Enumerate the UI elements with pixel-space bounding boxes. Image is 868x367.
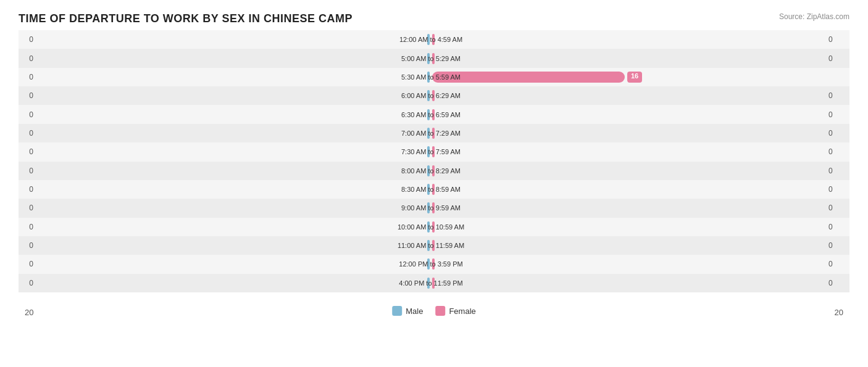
female-value: 0 [825,91,849,100]
female-value: 0 [825,35,849,44]
chart-title: TIME OF DEPARTURE TO WORK BY SEX IN CHIN… [19,12,849,25]
row-label: 8:00 AM to 8:29 AM [401,167,461,175]
male-value: 0 [19,223,37,231]
bar-row: 0 5:00 AM to 5:29 AM 0 [19,49,849,67]
bar-row: 0 8:30 AM to 8:59 AM 0 [19,180,849,199]
male-value: 0 [19,73,37,81]
male-bar-wrap [37,128,431,139]
row-label: 11:00 AM to 11:59 AM [398,242,464,249]
row-label: 4:00 PM to 11:59 PM [399,279,462,287]
male-value: 0 [19,54,37,63]
bar-pair: 12:00 AM to 4:59 AM [37,34,825,45]
male-bar-wrap [37,53,431,64]
female-bar-wrap [431,221,825,233]
bar-row: 0 12:00 AM to 4:59 AM 0 [19,30,849,49]
rows-container: 0 12:00 AM to 4:59 AM 0 0 [19,30,849,292]
bar-pair: 4:00 PM to 11:59 PM [37,278,825,289]
female-bar-wrap [431,202,825,213]
male-value: 0 [19,110,37,119]
female-value: 0 [825,223,849,231]
x-axis-left-label: 20 [25,308,33,317]
female-bar-wrap [431,240,825,251]
female-value: 0 [825,54,849,63]
male-label: Male [406,307,423,316]
male-bar-wrap [37,90,431,101]
bar-pair: 7:30 AM to 7:59 AM [37,146,825,157]
female-swatch [435,306,445,316]
male-bar-wrap [37,258,431,270]
male-value: 0 [19,167,37,175]
bar-row: 0 10:00 AM to 10:59 AM 0 [19,218,849,236]
male-value: 0 [19,241,37,250]
female-value: 0 [825,147,849,156]
x-axis-right-label: 20 [835,308,843,317]
female-bar-wrap [431,34,825,45]
bar-row: 0 6:00 AM to 6:29 AM 0 [19,86,849,105]
bars-section: 11:00 AM to 11:59 AM [37,236,825,255]
bars-section: 5:30 AM to 5:59 AM 16 [37,68,825,86]
source-text: Source: ZipAtlas.com [779,12,849,21]
bar-pair: 6:30 AM to 6:59 AM [37,109,825,120]
male-value: 0 [19,129,37,138]
bar-pair: 12:00 PM to 3:59 PM [37,258,825,270]
bar-row: 0 11:00 AM to 11:59 AM 0 [19,236,849,255]
bars-section: 6:00 AM to 6:29 AM [37,86,825,105]
female-bar-wrap: 16 [431,72,825,83]
bar-row: 0 5:30 AM to 5:59 AM 16 [19,68,849,86]
bars-section: 8:30 AM to 8:59 AM [37,180,825,199]
female-bar-wrap [431,278,825,289]
bar-pair: 10:00 AM to 10:59 AM [37,221,825,233]
female-bar-wrap [431,165,825,176]
bar-pair: 5:00 AM to 5:29 AM [37,52,825,64]
row-label: 12:00 PM to 3:59 PM [399,260,462,268]
male-value: 0 [19,185,37,194]
row-label: 6:30 AM to 6:59 AM [401,111,461,118]
male-value: 0 [19,91,37,100]
female-bar [432,72,625,83]
legend-female: Female [435,306,475,316]
male-value: 0 [19,147,37,156]
bar-row: 0 8:00 AM to 8:29 AM 0 [19,162,849,180]
male-bar-wrap [37,146,431,157]
female-value: 0 [825,260,849,268]
bar-pair: 8:00 AM to 8:29 AM [37,165,825,176]
bar-row: 0 4:00 PM to 11:59 PM 0 [19,274,849,292]
row-label: 7:00 AM to 7:29 AM [401,130,461,137]
female-bar-wrap [431,146,825,157]
male-bar-wrap [37,34,431,45]
male-value: 0 [19,279,37,287]
male-bar-wrap [37,109,431,120]
row-label: 10:00 AM to 10:59 AM [398,223,464,231]
row-label: 7:30 AM to 7:59 AM [401,148,461,155]
bar-row: 0 7:30 AM to 7:59 AM 0 [19,142,849,161]
bar-row: 0 7:00 AM to 7:29 AM 0 [19,124,849,142]
female-bar-wrap [431,128,825,139]
male-bar-wrap [37,202,431,213]
female-value: 0 [825,185,849,194]
bar-pair: 6:00 AM to 6:29 AM [37,90,825,101]
bar-pair: 9:00 AM to 9:59 AM [37,202,825,213]
female-bar-wrap [431,184,825,195]
bars-section: 10:00 AM to 10:59 AM [37,218,825,236]
bar-pair: 8:30 AM to 8:59 AM [37,184,825,195]
bar-row: 0 9:00 AM to 9:59 AM 0 [19,199,849,217]
male-value: 0 [19,204,37,212]
row-label: 8:30 AM to 8:59 AM [401,186,461,193]
bars-section: 5:00 AM to 5:29 AM [37,49,825,67]
female-value: 0 [825,241,849,250]
chart-container: TIME OF DEPARTURE TO WORK BY SEX IN CHIN… [0,0,868,367]
row-label: 12:00 AM to 4:59 AM [399,36,462,43]
row-label: 9:00 AM to 9:59 AM [401,204,461,212]
bar-pair: 5:30 AM to 5:59 AM 16 [37,72,825,83]
value-badge: 16 [627,72,642,83]
female-value: 0 [825,167,849,175]
male-bar-wrap [37,184,431,195]
female-value: 0 [825,204,849,212]
female-value: 0 [825,279,849,287]
bars-section: 7:30 AM to 7:59 AM [37,142,825,161]
bars-section: 12:00 AM to 4:59 AM [37,30,825,49]
row-label: 5:00 AM to 5:29 AM [401,55,461,62]
female-value: 0 [825,129,849,138]
bar-row: 0 6:30 AM to 6:59 AM 0 [19,105,849,123]
female-bar-wrap [431,109,825,120]
